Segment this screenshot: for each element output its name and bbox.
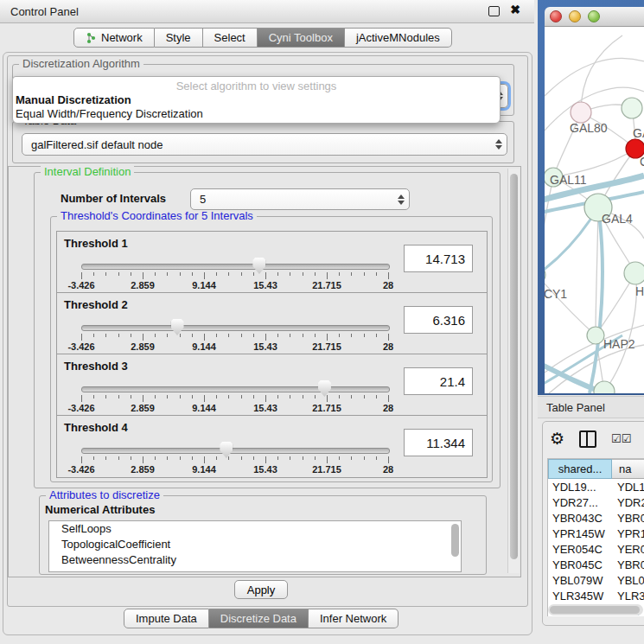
- algorithm-dropdown-popup: Select algorithm to view settings Manual…: [12, 76, 501, 124]
- network-edge[interactable]: [581, 35, 622, 112]
- network-node[interactable]: [624, 262, 644, 284]
- slider-ticks: [81, 395, 389, 403]
- network-node[interactable]: [594, 381, 615, 393]
- control-panel-titlebar: Control Panel ✖: [0, 0, 534, 23]
- tab-select[interactable]: Select: [203, 28, 258, 48]
- threshold-slider[interactable]: [81, 448, 390, 454]
- thresholds-group: Threshold's Coordinates for 5 Intervals …: [50, 216, 493, 482]
- zoom-traffic-light-icon[interactable]: [588, 10, 600, 22]
- float-window-icon[interactable]: [488, 6, 500, 16]
- threshold-value-field[interactable]: 11.344: [404, 429, 473, 456]
- table-row[interactable]: YBR043CYBR0: [548, 510, 644, 526]
- table-horizontal-scrollbar[interactable]: [548, 604, 643, 615]
- interval-definition-group: Interval Definition Number of Intervals …: [34, 172, 501, 488]
- table-data-combobox[interactable]: galFiltered.sif default node: [22, 133, 507, 156]
- tab-jactivemnodules[interactable]: jActiveMNodules: [345, 28, 452, 48]
- tab-infer-network[interactable]: Infer Network: [309, 609, 399, 628]
- column-header-shared-name[interactable]: shared...: [548, 459, 612, 479]
- scrollbar-thumb[interactable]: [550, 606, 640, 614]
- node-label: GCY1: [545, 287, 567, 301]
- attributes-group-title: Attributes to discretize: [46, 489, 163, 501]
- tab-label: jActiveMNodules: [356, 31, 440, 44]
- table-row[interactable]: YDL19...YDL1: [548, 479, 644, 494]
- table-row[interactable]: YLR345WYLR3: [548, 588, 644, 603]
- scrollbar-thumb[interactable]: [510, 174, 518, 559]
- tab-label: Network: [101, 31, 143, 44]
- minimize-traffic-light-icon[interactable]: [569, 10, 581, 22]
- node-attribute-table: shared... na YDL19...YDL1YDR27...YDR2YBR…: [547, 458, 644, 616]
- tab-label: Impute Data: [136, 612, 197, 625]
- network-edge[interactable]: [545, 275, 596, 335]
- network-node[interactable]: [622, 98, 642, 118]
- select-columns-icon[interactable]: ☑☑: [611, 432, 631, 445]
- table-row[interactable]: YDR27...YDR2: [548, 494, 644, 510]
- slider-scale-labels: -3.4262.8599.14415.4321.71528: [81, 341, 389, 352]
- tab-network[interactable]: Network: [73, 28, 155, 48]
- slider-ticks: [81, 456, 389, 464]
- attribute-list-item[interactable]: SelfLoops: [49, 521, 461, 537]
- threshold-label: Threshold 1: [64, 237, 128, 250]
- slider-ticks: [81, 272, 389, 280]
- node-label: GAL4: [602, 212, 633, 226]
- table-panel-header: Table Panel: [538, 396, 644, 418]
- screen: Control Panel ✖ NetworkStyleSelectCyni T…: [0, 0, 644, 644]
- close-traffic-light-icon[interactable]: [550, 10, 562, 22]
- threshold-label: Threshold 2: [64, 298, 128, 311]
- threshold-row-2: Threshold 2-3.4262.8599.14415.4321.71528…: [56, 292, 488, 355]
- settings-vertical-scrollbar[interactable]: [507, 169, 520, 573]
- close-icon[interactable]: ✖: [510, 3, 520, 16]
- tab-label: Discretize Data: [220, 612, 296, 625]
- number-of-intervals-combobox[interactable]: 5: [190, 188, 410, 210]
- tab-impute-data[interactable]: Impute Data: [124, 609, 209, 628]
- table-data-group: Table Data galFiltered.sif default node: [12, 121, 514, 163]
- network-canvas[interactable]: GAL80GACGAL11GAL4GCY1HHAP2: [545, 27, 644, 393]
- tab-style[interactable]: Style: [155, 28, 203, 48]
- network-edge[interactable]: [596, 207, 598, 335]
- network-node[interactable]: [571, 102, 591, 123]
- threshold-value-field[interactable]: 14.713: [404, 245, 473, 272]
- algorithm-option[interactable]: Equal Width/Frequency Discretization: [13, 106, 500, 120]
- tab-discretize-data[interactable]: Discretize Data: [209, 609, 309, 628]
- threshold-slider[interactable]: [81, 386, 390, 392]
- table-panel-title: Table Panel: [546, 401, 605, 414]
- table-header-row: shared... na: [548, 459, 644, 479]
- threshold-slider[interactable]: [81, 264, 390, 270]
- attribute-list-item[interactable]: BetweennessCentrality: [49, 552, 461, 568]
- settings-scroll-panel: Interval Definition Number of Intervals …: [8, 166, 521, 577]
- table-row[interactable]: YER054CYER0: [548, 541, 644, 557]
- network-edge[interactable]: [545, 177, 553, 275]
- node-label: GA: [633, 126, 644, 140]
- node-label: H: [635, 284, 644, 298]
- threshold-label: Threshold 4: [64, 421, 128, 434]
- threshold-value-field[interactable]: 6.316: [404, 306, 473, 334]
- combo-stepper-icon: [491, 139, 507, 150]
- node-label: C: [640, 155, 644, 169]
- network-node[interactable]: [587, 327, 604, 344]
- attribute-list-item[interactable]: TopologicalCoefficient: [49, 537, 461, 552]
- tab-label: Select: [214, 31, 245, 44]
- network-icon: [86, 32, 96, 44]
- threshold-slider[interactable]: [81, 325, 390, 331]
- slider-ticks: [81, 334, 389, 341]
- table-row[interactable]: YPR145WYPR1: [548, 526, 644, 541]
- network-window-titlebar: [545, 7, 644, 27]
- interval-definition-title: Interval Definition: [41, 166, 134, 178]
- table-row[interactable]: YBR045CYBR0: [548, 557, 644, 572]
- slider-scale-labels: -3.4262.8599.14415.4321.71528: [81, 464, 389, 475]
- threshold-value-field[interactable]: 21.4: [404, 367, 473, 395]
- column-header-name[interactable]: na: [612, 459, 644, 479]
- threshold-label: Threshold 3: [64, 360, 128, 373]
- apply-button[interactable]: Apply: [234, 580, 288, 599]
- combo-stepper-icon: [393, 194, 409, 205]
- tab-cyni-toolbox[interactable]: Cyni Toolbox: [258, 28, 345, 48]
- algorithm-option[interactable]: Manual Discretization: [13, 92, 500, 106]
- list-scrollbar-thumb[interactable]: [451, 524, 459, 557]
- node-label: HAP2: [603, 337, 635, 351]
- top-tab-bar: NetworkStyleSelectCyni ToolboxjActiveMNo…: [73, 28, 452, 48]
- bottom-tab-bar: Impute DataDiscretize DataInfer Network: [124, 609, 399, 628]
- split-pane-icon[interactable]: [579, 430, 596, 448]
- gear-icon[interactable]: ⚙: [550, 429, 564, 449]
- tab-label: Style: [166, 31, 191, 44]
- table-row[interactable]: YBL079WYBL0: [548, 572, 644, 588]
- numerical-attributes-list[interactable]: SelfLoopsTopologicalCoefficientBetweenne…: [48, 520, 462, 572]
